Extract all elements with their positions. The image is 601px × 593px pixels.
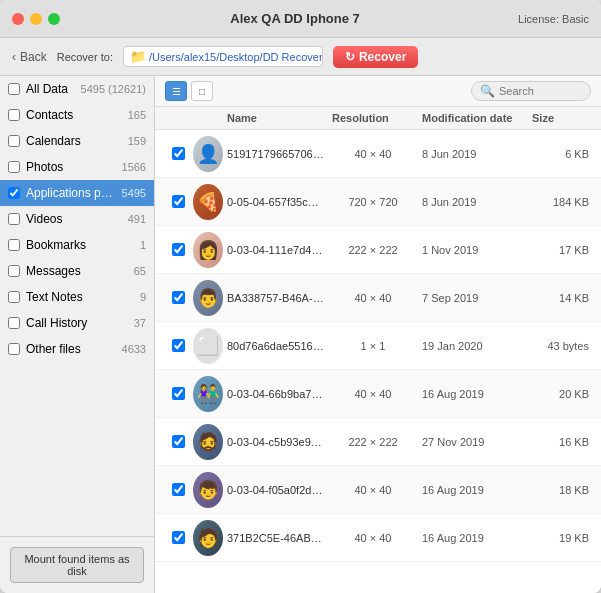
file-size: 6 KB xyxy=(528,148,593,160)
sidebar-item-calendars[interactable]: Calendars159 xyxy=(0,128,154,154)
row-checkbox[interactable] xyxy=(172,339,185,352)
table-row[interactable]: 🍕0-05-04-657f35cc9a6...720 × 7208 Jun 20… xyxy=(155,178,601,226)
sidebar-label-bookmarks: Bookmarks xyxy=(26,238,134,252)
sidebar-count-text-notes: 9 xyxy=(140,291,146,303)
file-resolution: 720 × 720 xyxy=(328,196,418,208)
sidebar-label-all-data: All Data xyxy=(26,82,75,96)
file-thumbnail: 🧔 xyxy=(193,424,223,460)
sidebar-count-contacts: 165 xyxy=(128,109,146,121)
file-date: 1 Nov 2019 xyxy=(418,244,528,256)
file-date: 27 Nov 2019 xyxy=(418,436,528,448)
col-resolution[interactable]: Resolution xyxy=(328,110,418,126)
minimize-button[interactable] xyxy=(30,13,42,25)
search-input[interactable] xyxy=(499,85,589,97)
file-resolution: 40 × 40 xyxy=(328,148,418,160)
sidebar-item-all-data[interactable]: All Data5495 (12621) xyxy=(0,76,154,102)
file-date: 8 Jun 2019 xyxy=(418,148,528,160)
sidebar-item-other-files[interactable]: Other files4633 xyxy=(0,336,154,362)
maximize-button[interactable] xyxy=(48,13,60,25)
sidebar-item-videos[interactable]: Videos491 xyxy=(0,206,154,232)
sidebar-checkbox-bookmarks[interactable] xyxy=(8,239,20,251)
file-name: 0-03-04-66b9ba7a5ae... xyxy=(223,388,328,400)
table-row[interactable]: 👨BA338757-B46A-4CD...40 × 407 Sep 201914… xyxy=(155,274,601,322)
main-content: All Data5495 (12621)Contacts165Calendars… xyxy=(0,76,601,593)
license-label: License: Basic xyxy=(518,13,589,25)
sidebar-checkbox-messages[interactable] xyxy=(8,265,20,277)
file-date: 19 Jan 2020 xyxy=(418,340,528,352)
sidebar-item-contacts[interactable]: Contacts165 xyxy=(0,102,154,128)
file-size: 20 KB xyxy=(528,388,593,400)
file-resolution: 222 × 222 xyxy=(328,436,418,448)
file-name: BA338757-B46A-4CD... xyxy=(223,292,328,304)
row-checkbox[interactable] xyxy=(172,387,185,400)
file-list-header: ☰ □ 🔍 xyxy=(155,76,601,107)
sidebar-label-videos: Videos xyxy=(26,212,122,226)
file-size: 18 KB xyxy=(528,484,593,496)
file-name: 0-03-04-c5b93e91ba4... xyxy=(223,436,328,448)
col-size[interactable]: Size xyxy=(528,110,593,126)
col-checkbox xyxy=(163,110,193,126)
mount-disk-button[interactable]: Mount found items as disk xyxy=(10,547,144,583)
sidebar-label-applications-photo: Applications photo xyxy=(26,186,116,200)
col-date[interactable]: Modification date xyxy=(418,110,528,126)
sidebar-checkbox-other-files[interactable] xyxy=(8,343,20,355)
table-row[interactable]: 👩0-03-04-111e7d43969...222 × 2221 Nov 20… xyxy=(155,226,601,274)
folder-icon: 📁 xyxy=(130,49,146,64)
row-checkbox[interactable] xyxy=(172,291,185,304)
sidebar-checkbox-all-data[interactable] xyxy=(8,83,20,95)
file-name: 80d76a6dae551612e8... xyxy=(223,340,328,352)
sidebar-item-text-notes[interactable]: Text Notes9 xyxy=(0,284,154,310)
sidebar-count-call-history: 37 xyxy=(134,317,146,329)
file-date: 16 Aug 2019 xyxy=(418,532,528,544)
back-button[interactable]: ‹ Back xyxy=(12,50,47,64)
table-row[interactable]: 🧔0-03-04-c5b93e91ba4...222 × 22227 Nov 2… xyxy=(155,418,601,466)
sidebar-checkbox-contacts[interactable] xyxy=(8,109,20,121)
sidebar-label-contacts: Contacts xyxy=(26,108,122,122)
sidebar-item-applications-photo[interactable]: Applications photo5495 xyxy=(0,180,154,206)
sidebar-checkbox-videos[interactable] xyxy=(8,213,20,225)
row-checkbox[interactable] xyxy=(172,435,185,448)
row-checkbox[interactable] xyxy=(172,147,185,160)
row-checkbox-cell xyxy=(163,195,193,208)
sidebar-checkbox-calendars[interactable] xyxy=(8,135,20,147)
file-name: 519171796657069028... xyxy=(223,148,328,160)
row-checkbox[interactable] xyxy=(172,195,185,208)
close-button[interactable] xyxy=(12,13,24,25)
search-box[interactable]: 🔍 xyxy=(471,81,591,101)
file-date: 16 Aug 2019 xyxy=(418,484,528,496)
sidebar-checkbox-photos[interactable] xyxy=(8,161,20,173)
table-row[interactable]: 👦0-03-04-f05a0f2d2cc...40 × 4016 Aug 201… xyxy=(155,466,601,514)
file-resolution: 222 × 222 xyxy=(328,244,418,256)
sidebar-count-bookmarks: 1 xyxy=(140,239,146,251)
thumbnail-cell: 🧑 xyxy=(193,520,223,556)
table-row[interactable]: 👤519171796657069028...40 × 408 Jun 20196… xyxy=(155,130,601,178)
table-row[interactable]: 🧑371B2C5E-46AB-437E...40 × 4016 Aug 2019… xyxy=(155,514,601,562)
recover-button[interactable]: ↻ Recover xyxy=(333,46,418,68)
file-size: 16 KB xyxy=(528,436,593,448)
sidebar-item-bookmarks[interactable]: Bookmarks1 xyxy=(0,232,154,258)
row-checkbox-cell xyxy=(163,243,193,256)
list-view-button[interactable]: ☰ xyxy=(165,81,187,101)
sidebar-checkbox-call-history[interactable] xyxy=(8,317,20,329)
recover-path[interactable]: 📁 /Users/alex15/Desktop/DD Recovery ⌄ xyxy=(123,46,323,67)
sidebar-item-call-history[interactable]: Call History37 xyxy=(0,310,154,336)
table-row[interactable]: 👫0-03-04-66b9ba7a5ae...40 × 4016 Aug 201… xyxy=(155,370,601,418)
grid-view-button[interactable]: □ xyxy=(191,81,213,101)
sidebar-item-messages[interactable]: Messages65 xyxy=(0,258,154,284)
table-row[interactable]: ⬜80d76a6dae551612e8...1 × 119 Jan 202043… xyxy=(155,322,601,370)
file-resolution: 40 × 40 xyxy=(328,292,418,304)
row-checkbox[interactable] xyxy=(172,243,185,256)
sidebar-count-messages: 65 xyxy=(134,265,146,277)
row-checkbox[interactable] xyxy=(172,483,185,496)
row-checkbox[interactable] xyxy=(172,531,185,544)
column-headers: Name Resolution Modification date Size xyxy=(155,107,601,130)
col-name[interactable]: Name xyxy=(223,110,328,126)
sidebar-checkbox-text-notes[interactable] xyxy=(8,291,20,303)
file-name: 371B2C5E-46AB-437E... xyxy=(223,532,328,544)
sidebar-checkbox-applications-photo[interactable] xyxy=(8,187,20,199)
sidebar-item-photos[interactable]: Photos1566 xyxy=(0,154,154,180)
recover-to-label: Recover to: xyxy=(57,51,113,63)
file-size: 43 bytes xyxy=(528,340,593,352)
file-date: 16 Aug 2019 xyxy=(418,388,528,400)
file-size: 14 KB xyxy=(528,292,593,304)
